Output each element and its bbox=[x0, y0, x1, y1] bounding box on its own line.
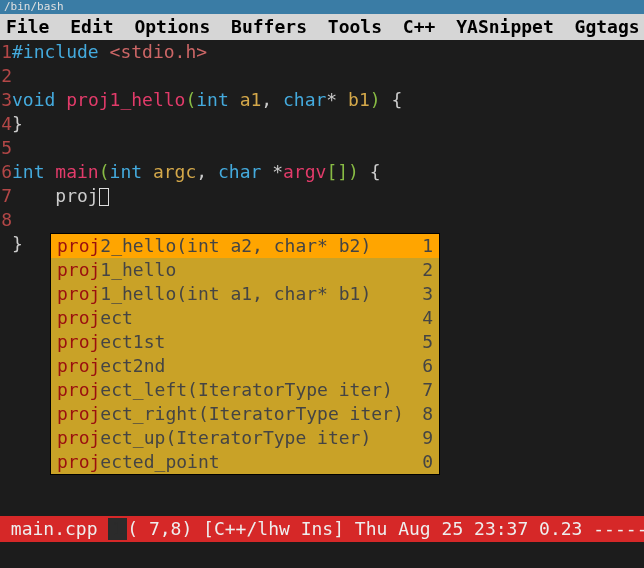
param-type: int bbox=[196, 89, 229, 110]
completion-item[interactable]: proj2_hello(int a2, char* b2)1 bbox=[51, 234, 439, 258]
completion-match: proj bbox=[57, 427, 100, 448]
modeline-time: Thu Aug 25 23:37 bbox=[355, 518, 528, 539]
line-number: 8 bbox=[0, 208, 12, 232]
code-line: 6 int main(int argc, char *argv[]) { bbox=[0, 160, 644, 184]
menu-options[interactable]: Options bbox=[134, 16, 210, 37]
completion-match: proj bbox=[57, 307, 100, 328]
function-name: proj1_hello bbox=[66, 89, 185, 110]
completion-match: proj bbox=[57, 379, 100, 400]
modeline-mode: [C++/lhw Ins] bbox=[203, 518, 344, 539]
include-header: <stdio.h> bbox=[110, 41, 208, 62]
completion-popup[interactable]: proj2_hello(int a2, char* b2)1proj1_hell… bbox=[50, 233, 440, 475]
completion-item[interactable]: project2nd6 bbox=[51, 354, 439, 378]
completion-number: 6 bbox=[415, 354, 433, 378]
completion-number: 8 bbox=[415, 402, 433, 426]
completion-item[interactable]: project4 bbox=[51, 306, 439, 330]
param-name: argv bbox=[283, 161, 326, 182]
completion-number: 4 bbox=[415, 306, 433, 330]
completion-number: 1 bbox=[415, 234, 433, 258]
completion-item[interactable]: project_up(IteratorType iter)9 bbox=[51, 426, 439, 450]
line-number: 2 bbox=[0, 64, 12, 88]
menu-file[interactable]: File bbox=[6, 16, 49, 37]
code-line: 7 proj bbox=[0, 184, 644, 208]
line-number: 4 bbox=[0, 112, 12, 136]
param-name: argc bbox=[153, 161, 196, 182]
text-cursor bbox=[99, 188, 109, 206]
menu-cpp[interactable]: C++ bbox=[403, 16, 436, 37]
code-line: 5 bbox=[0, 136, 644, 160]
completion-rest: 1_hello bbox=[100, 259, 176, 280]
completion-label: project bbox=[57, 306, 415, 330]
completion-label: project1st bbox=[57, 330, 415, 354]
star: * bbox=[326, 89, 337, 110]
line-number bbox=[0, 232, 12, 256]
menu-tools[interactable]: Tools bbox=[328, 16, 382, 37]
completion-number: 3 bbox=[415, 282, 433, 306]
line-number: 3 bbox=[0, 88, 12, 112]
menu-buffers[interactable]: Buffers bbox=[231, 16, 307, 37]
completion-number: 5 bbox=[415, 330, 433, 354]
completion-item[interactable]: proj1_hello2 bbox=[51, 258, 439, 282]
completion-number: 7 bbox=[415, 378, 433, 402]
modeline-filename: main.cpp bbox=[11, 518, 98, 539]
completion-label: proj1_hello(int a1, char* b1) bbox=[57, 282, 415, 306]
mode-line: main.cpp 1( 7,8) [C++/lhw Ins] Thu Aug 2… bbox=[0, 516, 644, 542]
minibuffer: void proj2_hello(int a2, char* b2) bbox=[0, 542, 644, 568]
code-line: 8 bbox=[0, 208, 644, 232]
keyword-void: void bbox=[12, 89, 55, 110]
modeline-pos: ( 7,8) bbox=[127, 518, 192, 539]
line-number: 7 bbox=[0, 184, 12, 208]
function-main: main bbox=[55, 161, 98, 182]
completion-rest: 2_hello(int a2, char* b2) bbox=[100, 235, 371, 256]
include-keyword: #include bbox=[12, 41, 99, 62]
completion-match: proj bbox=[57, 283, 100, 304]
editor-area[interactable]: 1 #include <stdio.h> 2 3 void proj1_hell… bbox=[0, 40, 644, 516]
window-titlebar: /bin/bash bbox=[0, 0, 644, 14]
completion-label: proj2_hello(int a2, char* b2) bbox=[57, 234, 415, 258]
code-line: 4 } bbox=[0, 112, 644, 136]
completion-number: 9 bbox=[415, 426, 433, 450]
menu-yasnippet[interactable]: YASnippet bbox=[456, 16, 554, 37]
completion-rest: ected_point bbox=[100, 451, 219, 472]
param-name: b1 bbox=[348, 89, 370, 110]
param-type: int bbox=[110, 161, 143, 182]
completion-match: proj bbox=[57, 235, 100, 256]
completion-item[interactable]: project_left(IteratorType iter)7 bbox=[51, 378, 439, 402]
keyword-int: int bbox=[12, 161, 45, 182]
param-type: char bbox=[283, 89, 326, 110]
completion-rest: ect1st bbox=[100, 331, 165, 352]
completion-match: proj bbox=[57, 355, 100, 376]
completion-item[interactable]: project1st5 bbox=[51, 330, 439, 354]
completion-rest: ect_up(IteratorType iter) bbox=[100, 427, 371, 448]
param-name: a1 bbox=[240, 89, 262, 110]
completion-match: proj bbox=[57, 403, 100, 424]
completion-item[interactable]: project_right(IteratorType iter)8 bbox=[51, 402, 439, 426]
completion-label: project_left(IteratorType iter) bbox=[57, 378, 415, 402]
completion-item[interactable]: projected_point0 bbox=[51, 450, 439, 474]
typed-prefix: proj bbox=[55, 185, 98, 206]
star: * bbox=[272, 161, 283, 182]
completion-number: 2 bbox=[415, 258, 433, 282]
completion-rest: ect_left(IteratorType iter) bbox=[100, 379, 393, 400]
completion-rest: ect bbox=[100, 307, 133, 328]
line-number: 6 bbox=[0, 160, 12, 184]
modeline-load: 0.23 bbox=[539, 518, 582, 539]
menu-bar: File Edit Options Buffers Tools C++ YASn… bbox=[0, 14, 644, 40]
completion-item[interactable]: proj1_hello(int a1, char* b1)3 bbox=[51, 282, 439, 306]
completion-number: 0 bbox=[415, 450, 433, 474]
menu-ggtags[interactable]: Ggtags bbox=[575, 16, 640, 37]
line-number: 1 bbox=[0, 40, 12, 64]
completion-label: project2nd bbox=[57, 354, 415, 378]
modeline-gap: 1 bbox=[108, 518, 127, 540]
completion-label: projected_point bbox=[57, 450, 415, 474]
code-line: 3 void proj1_hello(int a1, char* b1) { bbox=[0, 88, 644, 112]
completion-match: proj bbox=[57, 451, 100, 472]
completion-rest: ect_right(IteratorType iter) bbox=[100, 403, 403, 424]
modeline-dashes: ------ bbox=[593, 518, 644, 539]
completion-label: project_right(IteratorType iter) bbox=[57, 402, 415, 426]
completion-match: proj bbox=[57, 259, 100, 280]
line-number: 5 bbox=[0, 136, 12, 160]
completion-match: proj bbox=[57, 331, 100, 352]
menu-edit[interactable]: Edit bbox=[70, 16, 113, 37]
code-line: 2 bbox=[0, 64, 644, 88]
